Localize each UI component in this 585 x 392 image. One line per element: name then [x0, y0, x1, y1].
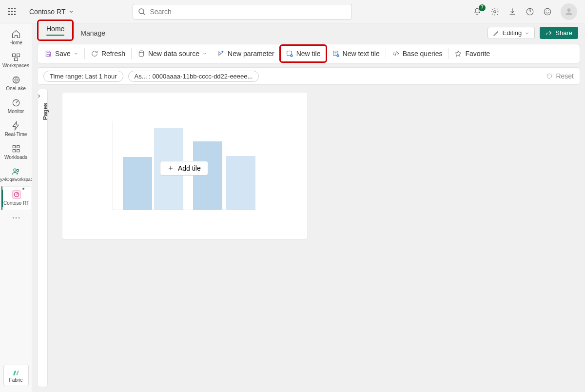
ribbon-toolbar: Save Refresh New data source New paramet…: [37, 44, 580, 63]
home-icon: [11, 29, 21, 39]
svg-point-3: [544, 8, 551, 15]
editing-label: Editing: [503, 29, 522, 37]
base-queries-button[interactable]: Base queries: [387, 46, 448, 61]
svg-rect-13: [17, 150, 19, 152]
tab-home[interactable]: Home: [39, 21, 71, 39]
fabric-icon: [12, 369, 20, 377]
reset-button[interactable]: Reset: [546, 72, 574, 80]
nav-more[interactable]: ⋯: [12, 212, 20, 223]
help-icon: [526, 7, 534, 16]
plus-icon: [167, 165, 174, 172]
workspace-dropdown[interactable]: Contoso RT: [29, 8, 74, 16]
search-icon: [138, 8, 146, 16]
svg-point-15: [17, 169, 19, 171]
toolbar-label: New data source: [148, 50, 199, 58]
svg-point-4: [567, 8, 571, 12]
toolbar-label: New text tile: [343, 50, 380, 58]
download-button[interactable]: [508, 7, 517, 16]
svg-point-14: [14, 169, 16, 171]
chevron-down-icon: [68, 9, 74, 15]
new-text-tile-button[interactable]: New text tile: [327, 46, 385, 61]
top-header: Contoso RT 7: [0, 0, 585, 23]
settings-button[interactable]: [490, 7, 499, 16]
tabs-row: Home Manage Editing Share: [32, 23, 585, 41]
svg-point-18: [139, 51, 143, 53]
nav-monitor[interactable]: Monitor: [1, 95, 31, 118]
notifications-button[interactable]: 7: [473, 7, 482, 16]
new-tile-button[interactable]: New tile: [281, 46, 326, 61]
user-avatar[interactable]: [561, 3, 577, 20]
search-box[interactable]: [133, 4, 352, 20]
tile-icon: [286, 50, 293, 58]
tabs-right-actions: Editing Share: [488, 27, 585, 41]
fabric-label: Fabric: [9, 377, 23, 383]
svg-rect-10: [13, 145, 15, 148]
save-icon: [44, 50, 52, 58]
time-range-filter[interactable]: Time range: Last 1 hour: [43, 71, 123, 82]
favorite-button[interactable]: Favorite: [449, 46, 495, 61]
download-icon: [508, 7, 517, 16]
text-tile-icon: [332, 50, 340, 58]
toolbar-label: Refresh: [101, 50, 125, 58]
app-launcher-icon[interactable]: [4, 4, 20, 20]
toolbar-label: Base queries: [403, 50, 443, 58]
tab-label: Home: [46, 25, 64, 33]
bar: [193, 141, 222, 210]
tab-label: Manage: [80, 29, 105, 37]
as-parameter-filter[interactable]: As... : 0000aaaa-11bb-cccc-dd22-eeeee...: [128, 71, 259, 82]
svg-rect-12: [13, 150, 15, 152]
chevron-down-icon: [202, 51, 207, 56]
left-nav-rail: Home Workspaces OneLake Monitor Real-Tim…: [0, 23, 32, 392]
search-input[interactable]: [150, 8, 347, 16]
toolbar-label: Favorite: [465, 50, 490, 58]
filter-label: As... : 0000aaaa-11bb-cccc-dd22-eeeee...: [135, 73, 253, 80]
nav-myworkspace[interactable]: myAlOqsworkspace: [1, 164, 31, 186]
svg-point-0: [139, 9, 144, 14]
new-data-source-button[interactable]: New data source: [133, 46, 212, 61]
share-label: Share: [555, 29, 572, 37]
workloads-icon: [11, 144, 21, 154]
nav-contoso-rt[interactable]: Contoso RT: [1, 186, 31, 210]
nav-workloads[interactable]: Workloads: [1, 141, 31, 164]
help-button[interactable]: [526, 7, 534, 16]
notification-badge: 7: [479, 4, 486, 11]
workspace-name: Contoso RT: [29, 8, 65, 16]
refresh-icon: [91, 50, 98, 58]
onelake-icon: [11, 75, 21, 85]
person-icon: [564, 7, 574, 17]
chevron-right-icon: [36, 93, 42, 99]
nav-onelake[interactable]: OneLake: [1, 72, 31, 95]
nav-realtime[interactable]: Real-Time: [1, 118, 31, 141]
new-parameter-button[interactable]: New parameter: [212, 46, 279, 61]
main-region: Home Manage Editing Share Save: [32, 23, 585, 392]
bar: [123, 157, 152, 210]
svg-point-1: [494, 10, 496, 13]
svg-rect-6: [17, 54, 20, 57]
nav-label: Real-Time: [5, 132, 27, 137]
share-button[interactable]: Share: [540, 27, 578, 39]
add-tile-button[interactable]: Add tile: [160, 161, 208, 176]
nav-home[interactable]: Home: [1, 26, 31, 49]
parameter-icon: [217, 50, 225, 58]
chevron-down-icon: [525, 31, 529, 36]
feedback-button[interactable]: [543, 7, 552, 16]
nav-label: Workloads: [4, 155, 27, 160]
dashboard-icon: [11, 189, 22, 200]
monitor-icon: [11, 98, 21, 108]
save-button[interactable]: Save: [39, 46, 83, 61]
empty-tile-card: Add tile: [62, 93, 307, 239]
editing-mode-button[interactable]: Editing: [488, 27, 535, 39]
people-icon: [11, 167, 21, 176]
nav-label: Monitor: [8, 109, 24, 114]
fabric-button[interactable]: Fabric: [3, 365, 29, 386]
nav-label: Contoso RT: [3, 200, 29, 206]
realtime-icon: [11, 121, 21, 131]
svg-point-19: [221, 51, 223, 53]
refresh-button[interactable]: Refresh: [86, 46, 130, 61]
workspaces-icon: [11, 52, 21, 62]
dashboard-canvas[interactable]: Add tile: [53, 89, 580, 387]
nav-workspaces[interactable]: Workspaces: [1, 49, 31, 72]
tab-manage[interactable]: Manage: [74, 25, 112, 41]
highlight-home-tab: Home: [37, 20, 74, 41]
pages-panel-collapsed[interactable]: Pages: [37, 89, 48, 387]
